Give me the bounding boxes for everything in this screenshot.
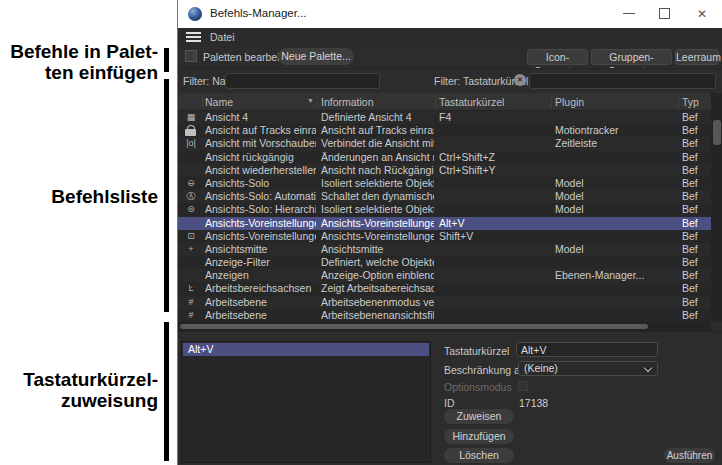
column-header-plugin[interactable]: Plugin: [555, 96, 584, 108]
table-row[interactable]: Ansichts-Voreinstellungen (alleAnsichts-…: [178, 217, 711, 230]
cell-info: Arbeitsebenenansichtsfilter. CT: [321, 309, 434, 322]
app-icon: [188, 7, 202, 21]
toolbar: Paletten bearbeiten Neue Palette... Icon…: [178, 44, 722, 68]
table-row[interactable]: ⊡Ansichts-Voreinstellungen...Ansichts-Vo…: [178, 230, 711, 243]
cell-name: Arbeitsebene: [205, 296, 316, 309]
column-header-shortcut[interactable]: Tastaturkürzel: [439, 96, 504, 108]
cell-short: [439, 124, 551, 137]
cell-short: [439, 137, 551, 150]
table-row[interactable]: AnzeigenAnzeige-Option einblendenEbenen-…: [178, 269, 711, 282]
filter-bar: Filter: Name Filter: Tastaturkürzel ✕: [178, 68, 722, 94]
cell-name: Ansichtsmitte: [205, 243, 316, 256]
cell-short: Ctrl+Shift+Z: [439, 151, 551, 164]
cell-name: Ansichts-Voreinstellungen (alle: [205, 217, 316, 230]
filter-name-input[interactable]: [225, 73, 380, 89]
annotation-bracket-palettes: [164, 48, 169, 72]
cell-info: Ansicht auf Tracks einrasten: [321, 124, 434, 137]
clear-filter-icon[interactable]: ✕: [514, 74, 526, 86]
cell-short: [439, 296, 551, 309]
cell-plugin: Model: [555, 177, 677, 190]
cell-plugin: [555, 164, 677, 177]
table-row[interactable]: ⊖Ansichts-SoloIsoliert selektierte Objek…: [178, 177, 711, 190]
presets-icon: ⊡: [181, 230, 201, 243]
table-row[interactable]: #ArbeitsebeneArbeitsebenenmodus verwende…: [178, 296, 711, 309]
annotation-line: Tastaturkürzel-: [0, 369, 158, 390]
cell-info: Ansichts-Voreinstellungen für a: [321, 230, 434, 243]
horizontal-scrollbar-thumb[interactable]: [180, 324, 648, 329]
annotation-shortcut-assignment: Tastaturkürzel- zuweisung: [0, 369, 158, 411]
close-button[interactable]: ✕: [696, 8, 708, 20]
sort-desc-icon: ▼: [307, 97, 314, 104]
maximize-button[interactable]: [659, 8, 670, 19]
menu-datei[interactable]: Datei: [210, 31, 235, 43]
cell-typ: Bef: [682, 243, 710, 256]
cell-typ: Bef: [682, 256, 710, 269]
cell-name: Ansichts-Voreinstellungen...: [205, 230, 316, 243]
cell-typ: Bef: [682, 203, 710, 216]
table-row[interactable]: ⊜Ansichts-Solo: HierarchieIsoliert selek…: [178, 203, 711, 216]
cell-name: Ansichts-Solo: Hierarchie: [205, 203, 316, 216]
cell-typ: Bef: [682, 151, 710, 164]
hamburger-menu-icon[interactable]: [186, 32, 201, 34]
cell-info: Definierte Ansicht 4: [321, 111, 434, 124]
edit-palettes-checkbox[interactable]: [185, 50, 197, 62]
new-palette-button[interactable]: Neue Palette...: [278, 48, 354, 65]
annotation-bracket-shortcut: [164, 322, 169, 461]
table-row[interactable]: Ansicht auf Tracks einrastenAnsicht auf …: [178, 124, 711, 137]
no-icon: [181, 217, 201, 230]
assign-button[interactable]: Zuweisen: [444, 409, 514, 424]
cell-typ: Bef: [682, 164, 710, 177]
vertical-scrollbar[interactable]: [711, 93, 722, 322]
space-button[interactable]: Leerraum: [675, 49, 719, 65]
preview-icon: |o|: [181, 137, 201, 150]
shortcut-list-item[interactable]: Alt+V: [183, 343, 429, 356]
cell-plugin: [555, 256, 677, 269]
add-button[interactable]: Hinzufügen: [444, 429, 514, 444]
shortcut-input[interactable]: [516, 342, 658, 357]
column-header-name[interactable]: Name: [205, 96, 233, 108]
no-icon: [181, 269, 201, 282]
cell-name: Ansichts-Solo: Automatisch: [205, 190, 316, 203]
filter-shortcut-input[interactable]: [529, 73, 716, 89]
cell-typ: Bef: [682, 217, 710, 230]
column-header-typ[interactable]: Typ: [682, 96, 699, 108]
cell-typ: Bef: [682, 111, 710, 124]
befehls-manager-window: Befehls-Manager... ✕ Datei Paletten bear…: [177, 0, 722, 465]
solo-auto-icon: Ⓐ: [181, 190, 201, 203]
icon-separator-button[interactable]: Icon-Separator: [527, 49, 588, 65]
table-row[interactable]: ▦Ansicht 4Definierte Ansicht 4F4Bef: [178, 111, 711, 124]
cell-plugin: [555, 151, 677, 164]
center-icon: +: [181, 243, 201, 256]
table-row[interactable]: ĿArbeitsbereichsachsenZeigt Arbeitsabere…: [178, 282, 711, 295]
table-row[interactable]: Ansicht rückgängigÄnderungen an Ansicht …: [178, 151, 711, 164]
cell-short: [439, 177, 551, 190]
no-icon: [181, 151, 201, 164]
annotation-line: ten einfügen: [0, 62, 158, 83]
id-value: 17138: [519, 397, 548, 409]
minimize-button[interactable]: [623, 13, 635, 14]
column-header-information[interactable]: Information: [321, 96, 374, 108]
table-row[interactable]: +AnsichtsmitteAnsichtsmitteModelBef: [178, 243, 711, 256]
table-row[interactable]: #ArbeitsebeneArbeitsebenenansichtsfilter…: [178, 309, 711, 322]
delete-button[interactable]: Löschen: [444, 448, 514, 463]
table-row[interactable]: Ansicht wiederherstellenAnsicht nach Rüc…: [178, 164, 711, 177]
restriction-dropdown[interactable]: (Keine): [518, 361, 658, 376]
table-row[interactable]: |o|Ansicht mit Vorschaubereich veVerbind…: [178, 137, 711, 150]
cell-info: Isoliert selektierte Objekte sam: [321, 203, 434, 216]
cell-info: Definiert, welche Objekte im E: [321, 256, 434, 269]
options-mode-checkbox[interactable]: [518, 381, 528, 391]
cell-plugin: Model: [555, 243, 677, 256]
workplane-icon: #: [181, 309, 201, 322]
execute-button[interactable]: Ausführen: [664, 448, 715, 463]
shortcut-list[interactable]: Alt+V: [181, 341, 431, 463]
cell-info: Zeigt Arbeitsabereichsachsen e: [321, 282, 434, 295]
titlebar: Befehls-Manager... ✕: [178, 0, 722, 28]
group-separator-button[interactable]: Gruppen-Separator: [591, 49, 672, 65]
horizontal-scrollbar[interactable]: [178, 322, 711, 331]
vertical-scrollbar-thumb[interactable]: [713, 120, 721, 145]
cell-short: [439, 309, 551, 322]
table-row[interactable]: ⒶAnsichts-Solo: AutomatischSchaltet den …: [178, 190, 711, 203]
cell-name: Ansicht wiederherstellen: [205, 164, 316, 177]
table-row[interactable]: Anzeige-FilterDefiniert, welche Objekte …: [178, 256, 711, 269]
cell-plugin: [555, 296, 677, 309]
